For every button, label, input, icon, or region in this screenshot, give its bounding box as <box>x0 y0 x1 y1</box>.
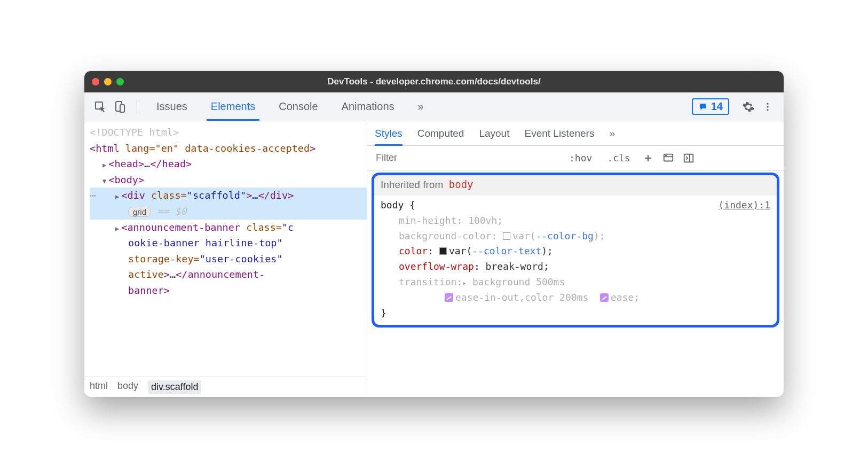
tab-animations[interactable]: Animations <box>332 92 404 121</box>
svg-rect-8 <box>684 154 693 162</box>
expand-caret-icon[interactable] <box>115 222 119 233</box>
color-swatch-icon[interactable] <box>503 232 510 240</box>
color-swatch-icon[interactable] <box>439 247 447 255</box>
banner-node-cont[interactable]: ookie-banner hairline-top" <box>90 235 367 251</box>
crumb-current[interactable]: div.scaffold <box>148 380 201 394</box>
selected-node-badge[interactable]: grid == $0 <box>90 204 367 220</box>
dom-panel: <!DOCTYPE html> <html lang="en" data-coo… <box>84 121 367 397</box>
declaration[interactable]: transition:▸ background 500ms <box>381 275 770 290</box>
selected-node[interactable]: ⋯ <div class="scaffold">…</div> <box>90 188 367 204</box>
easing-icon[interactable] <box>445 293 453 302</box>
easing-icon[interactable] <box>600 293 609 302</box>
declaration[interactable]: overflow-wrap: break-word; <box>381 259 770 275</box>
more-menu-icon[interactable] <box>760 99 775 114</box>
subtab-event-listeners[interactable]: Event Listeners <box>524 121 594 145</box>
devtools-window: DevTools - developer.chrome.com/docs/dev… <box>84 71 784 397</box>
html-open[interactable]: <html lang="en" data-cookies-accepted> <box>90 141 367 157</box>
tab-elements[interactable]: Elements <box>201 92 265 121</box>
selector[interactable]: body { <box>381 198 415 213</box>
declaration[interactable]: color: var(--color-text); <box>381 244 770 259</box>
inspect-element-icon[interactable] <box>93 99 108 114</box>
svg-point-3 <box>767 103 768 104</box>
expand-caret-icon[interactable] <box>115 190 119 201</box>
expand-caret-icon[interactable] <box>102 158 106 169</box>
svg-point-7 <box>666 155 666 155</box>
tabs-overflow[interactable]: » <box>408 92 433 121</box>
subtab-computed[interactable]: Computed <box>417 121 464 145</box>
banner-node-cont[interactable]: storage-key="user-cookies" <box>90 251 367 267</box>
window-title: DevTools - developer.chrome.com/docs/dev… <box>84 76 784 87</box>
crumb-body[interactable]: body <box>117 380 138 394</box>
banner-node[interactable]: <announcement-banner class="c <box>90 220 367 236</box>
main-toolbar: Issues Elements Console Animations » 14 <box>84 92 784 121</box>
titlebar: DevTools - developer.chrome.com/docs/dev… <box>84 71 784 92</box>
breadcrumb: html body div.scaffold <box>84 377 367 397</box>
dom-tree[interactable]: <!DOCTYPE html> <html lang="en" data-coo… <box>84 121 367 377</box>
svg-rect-2 <box>120 105 124 112</box>
node-actions-icon[interactable]: ⋯ <box>90 188 96 204</box>
source-link[interactable]: (index):1 <box>718 198 770 213</box>
issues-badge[interactable]: 14 <box>692 98 729 115</box>
styles-panel: Styles Computed Layout Event Listeners »… <box>367 121 784 397</box>
styles-subtabs: Styles Computed Layout Event Listeners » <box>367 121 784 146</box>
tab-console[interactable]: Console <box>269 92 327 121</box>
inherited-header: Inherited from body <box>374 175 777 194</box>
head-node[interactable]: <head>…</head> <box>90 156 367 172</box>
subtabs-overflow[interactable]: » <box>609 121 615 145</box>
grid-chip[interactable]: grid <box>128 207 151 217</box>
body-node[interactable]: <body> <box>90 172 367 188</box>
rule-close: } <box>381 306 770 321</box>
subtab-styles[interactable]: Styles <box>375 121 403 145</box>
subtab-layout[interactable]: Layout <box>479 121 509 145</box>
cls-toggle[interactable]: .cls <box>602 152 635 163</box>
zoom-window-button[interactable] <box>116 78 124 85</box>
traffic-lights <box>92 78 124 85</box>
svg-point-5 <box>767 109 768 111</box>
issues-count: 14 <box>711 100 723 113</box>
styles-filter-input[interactable] <box>367 146 559 170</box>
minimize-window-button[interactable] <box>104 78 112 85</box>
close-window-button[interactable] <box>92 78 99 85</box>
toggle-sidebar-icon[interactable] <box>681 152 697 164</box>
settings-icon[interactable] <box>741 99 756 114</box>
highlighted-rule: Inherited from body body { (index):1 min… <box>372 173 779 327</box>
declaration[interactable]: min-height: 100vh; <box>381 213 770 229</box>
svg-point-4 <box>767 106 768 107</box>
banner-node-cont[interactable]: banner> <box>90 283 367 299</box>
new-style-rule-icon[interactable] <box>640 153 656 163</box>
hov-toggle[interactable]: :hov <box>564 152 597 163</box>
device-toggle-icon[interactable] <box>112 99 127 114</box>
styles-filter-row: :hov .cls <box>367 146 784 170</box>
chat-icon <box>698 102 708 112</box>
doctype-line[interactable]: <!DOCTYPE html> <box>90 124 367 141</box>
banner-node-cont[interactable]: active>…</announcement- <box>90 267 367 283</box>
declaration[interactable]: background-color: var(--color-bg); <box>381 229 770 244</box>
styles-content[interactable]: Inherited from body body { (index):1 min… <box>367 170 784 397</box>
content-area: <!DOCTYPE html> <html lang="en" data-coo… <box>84 121 784 397</box>
css-rule[interactable]: body { (index):1 min-height: 100vh; back… <box>374 194 777 325</box>
crumb-html[interactable]: html <box>90 380 108 394</box>
separator <box>137 100 137 114</box>
tab-issues[interactable]: Issues <box>147 92 197 121</box>
collapse-caret-icon[interactable] <box>102 174 106 185</box>
expand-shorthand-icon[interactable]: ▸ <box>462 279 467 287</box>
computed-styles-icon[interactable] <box>660 152 676 164</box>
declaration-cont[interactable]: ease-in-out,color 200ms ease; <box>381 290 770 306</box>
